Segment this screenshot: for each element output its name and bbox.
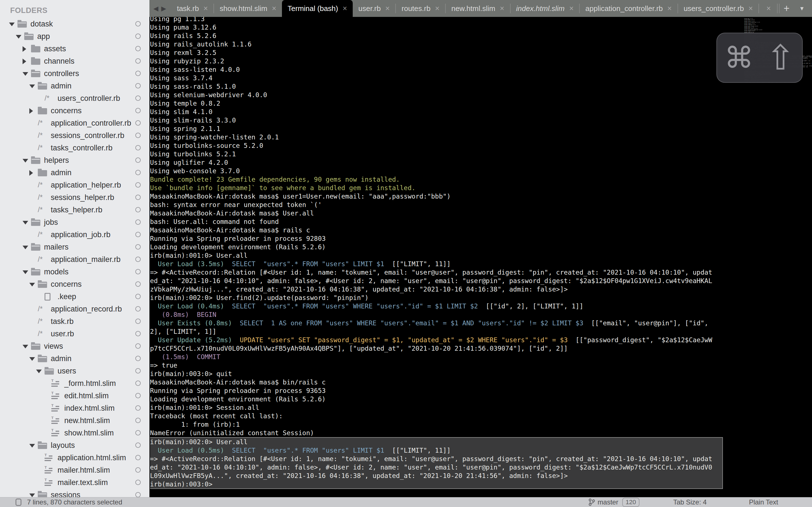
tree-file-task-rb[interactable]: /*task.rb: [0, 315, 149, 328]
chevron-down-icon[interactable]: [29, 84, 35, 88]
file-status-circle-icon: [135, 443, 141, 448]
tab-routes-rb[interactable]: routes.rb×: [396, 0, 445, 17]
tab-bar: ◀ ▶ task.rb×show.html.slim×Terminal (bas…: [149, 0, 812, 17]
tree-file-mailer-html-slim[interactable]: Tmailer.html.slim: [0, 464, 149, 476]
git-branch-indicator[interactable]: master: [588, 498, 618, 506]
terminal-panel[interactable]: Using pg 1.1.3Using puma 3.12.6Using rai…: [149, 17, 812, 497]
tab-close-icon[interactable]: ×: [435, 4, 440, 13]
sidebar-toggle-icon[interactable]: [15, 499, 21, 506]
chevron-down-icon[interactable]: [22, 270, 28, 274]
tree-folder-helpers[interactable]: helpers: [0, 154, 149, 166]
tab-close-icon[interactable]: ×: [569, 4, 573, 13]
tree-folder-admin[interactable]: admin: [0, 80, 149, 92]
folder-open-icon: [31, 158, 40, 164]
tree-folder-users[interactable]: users: [0, 365, 149, 377]
tab-index-html-slim[interactable]: index.html.slim×: [511, 0, 579, 17]
chevron-down-icon[interactable]: [36, 370, 42, 373]
tree-file-sessions-helper-rb[interactable]: /*sessions_helper.rb: [0, 191, 149, 204]
tab-show-html-slim[interactable]: show.html.slim×: [214, 0, 282, 17]
tree-file--form-html-slim[interactable]: T_form.html.slim: [0, 377, 149, 390]
ruby-file-icon: /*: [38, 144, 43, 152]
tree-file-application-controller-rb[interactable]: /*application_controller.rb: [0, 117, 149, 129]
tab-close-icon[interactable]: ×: [749, 4, 753, 13]
tree-file-users-controller-rb[interactable]: /*users_controller.rb: [0, 92, 149, 105]
new-tab-button[interactable]: +: [783, 3, 790, 14]
tree-folder-assets[interactable]: assets: [0, 43, 149, 55]
tree-folder-models[interactable]: models: [0, 266, 149, 278]
tree-folder-admin[interactable]: admin: [0, 352, 149, 365]
tab-close-icon[interactable]: ×: [272, 4, 276, 13]
slim-file-icon: T: [51, 392, 60, 399]
chevron-down-icon[interactable]: [16, 35, 21, 39]
chevron-down-icon[interactable]: [29, 283, 35, 286]
tab-label: show.html.slim: [220, 4, 267, 13]
tree-file-show-html-slim[interactable]: Tshow.html.slim: [0, 427, 149, 439]
tree-folder-admin[interactable]: admin: [0, 166, 149, 179]
tab-close-icon[interactable]: ×: [386, 4, 390, 13]
tab-user-rb[interactable]: user.rb×: [353, 0, 395, 17]
terminal-line: NameError (uninitialized constant Sessio…: [150, 429, 724, 437]
tab-clipped[interactable]: ×: [759, 0, 775, 17]
tab-nav-back-icon[interactable]: ◀: [153, 5, 158, 12]
tree-folder-layouts[interactable]: layouts: [0, 439, 149, 452]
tab-nav-forward-icon[interactable]: ▶: [161, 5, 166, 12]
syntax-indicator[interactable]: Plain Text: [749, 498, 778, 506]
tree-file-edit-html-slim[interactable]: Tedit.html.slim: [0, 390, 149, 402]
tree-folder-mailers[interactable]: mailers: [0, 241, 149, 253]
tree-item-label: dotask: [31, 20, 53, 29]
chevron-right-icon[interactable]: [22, 46, 26, 52]
tree-file-application-mailer-rb[interactable]: /*application_mailer.rb: [0, 253, 149, 266]
chevron-right-icon[interactable]: [29, 108, 33, 114]
chevron-down-icon[interactable]: [22, 221, 28, 224]
terminal-line: bash: syntax error near unexpected token…: [150, 201, 724, 209]
tree-folder-jobs[interactable]: jobs: [0, 216, 149, 228]
tab-users-controller-rb[interactable]: users_controller.rb×: [678, 0, 759, 17]
tab-new-html-slim[interactable]: new.html.slim×: [446, 0, 510, 17]
tab-application-controller-rb[interactable]: application_controller.rb×: [580, 0, 677, 17]
tree-file-new-html-slim[interactable]: Tnew.html.slim: [0, 414, 149, 427]
tree-file-tasks-controller-rb[interactable]: /*tasks_controller.rb: [0, 142, 149, 154]
tree-folder-views[interactable]: views: [0, 340, 149, 352]
tree-file-application-html-slim[interactable]: Tapplication.html.slim: [0, 452, 149, 464]
chevron-down-icon[interactable]: [22, 245, 28, 249]
folder-open-icon: [31, 220, 40, 226]
tree-file--keep[interactable]: .keep: [0, 290, 149, 303]
terminal-line: Using spring-watcher-listen 2.0.1: [150, 133, 724, 142]
tree-folder-channels[interactable]: channels: [0, 55, 149, 67]
tree-file-mailer-text-slim[interactable]: Tmailer.text.slim: [0, 476, 149, 489]
chevron-down-icon[interactable]: [9, 22, 15, 26]
tab-Terminal-bash-[interactable]: Terminal (bash)×: [282, 0, 353, 17]
tab-task-rb[interactable]: task.rb×: [171, 0, 213, 17]
terminal-line: Using pg 1.1.3: [150, 17, 724, 23]
tree-file-application-record-rb[interactable]: /*application_record.rb: [0, 303, 149, 315]
chevron-down-icon[interactable]: [22, 159, 28, 163]
tree-file-sessions-controller-rb[interactable]: /*sessions_controller.rb: [0, 129, 149, 142]
tree-file-user-rb[interactable]: /*user.rb: [0, 328, 149, 340]
chevron-right-icon[interactable]: [29, 170, 33, 176]
tree-folder-concerns[interactable]: concerns: [0, 278, 149, 290]
tab-size-indicator[interactable]: Tab Size: 4: [673, 498, 707, 506]
tree-folder-concerns[interactable]: concerns: [0, 105, 149, 117]
terminal-line: Using slim 4.1.0: [150, 108, 724, 116]
chevron-down-icon[interactable]: [22, 345, 28, 348]
tab-close-icon[interactable]: ×: [500, 4, 504, 13]
chevron-down-icon[interactable]: [29, 494, 35, 497]
chevron-down-icon[interactable]: [22, 72, 28, 76]
tab-close-icon[interactable]: ×: [343, 4, 347, 13]
chevron-right-icon[interactable]: [22, 59, 26, 64]
tree-file-application-job-rb[interactable]: /*application_job.rb: [0, 228, 149, 241]
tree-folder-app[interactable]: app: [0, 30, 149, 43]
tree-file-index-html-slim[interactable]: Tindex.html.slim: [0, 402, 149, 414]
tree-folder-dotask[interactable]: dotask: [0, 18, 149, 30]
terminal-line: Using turbolinks-source 5.2.0: [150, 142, 724, 150]
tab-overflow-button[interactable]: ▼: [799, 5, 805, 12]
tree-file-tasks-helper-rb[interactable]: /*tasks_helper.rb: [0, 204, 149, 216]
tree-file-application-helper-rb[interactable]: /*application_helper.rb: [0, 179, 149, 191]
tab-close-icon[interactable]: ×: [203, 4, 208, 13]
chevron-down-icon[interactable]: [29, 444, 35, 448]
tab-close-icon[interactable]: ×: [667, 4, 672, 13]
tab-close-icon[interactable]: ×: [766, 4, 771, 13]
chevron-down-icon[interactable]: [29, 357, 35, 361]
tree-folder-controllers[interactable]: controllers: [0, 67, 149, 80]
tree-folder-sessions[interactable]: sessions: [0, 489, 149, 497]
